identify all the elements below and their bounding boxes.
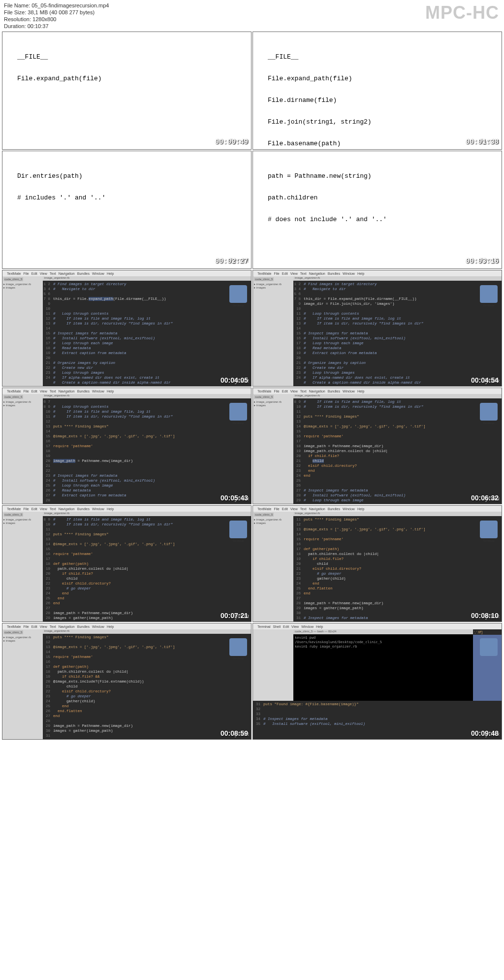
menu-edit[interactable]: Edit <box>32 390 37 393</box>
menu-help[interactable]: Help <box>357 390 364 393</box>
sidebar-file[interactable]: ▸ images <box>254 286 292 289</box>
sidebar-file[interactable]: ▸ images <box>254 521 292 524</box>
menu-edit[interactable]: Edit <box>32 507 37 511</box>
sidebar-file[interactable]: ▸ images <box>3 403 42 407</box>
menu-edit[interactable]: Edit <box>32 272 37 275</box>
menu-navigation[interactable]: Navigation <box>59 390 75 393</box>
menu-text[interactable]: Text <box>300 272 307 275</box>
menu-textmate[interactable]: TextMate <box>7 507 21 511</box>
menu-textmate[interactable]: TextMate <box>7 625 21 628</box>
menu-textmate[interactable]: TextMate <box>257 507 271 511</box>
mac-menubar[interactable]: TerminalShellEditViewWindowHelp <box>253 623 502 629</box>
editor-tabs[interactable]: image_organizer.rb <box>293 394 502 398</box>
menu-bundles[interactable]: Bundles <box>77 272 90 275</box>
code-editor[interactable]: 8 9 10 11 12 13 14 15 16 17 18 19 20 21 … <box>293 398 502 504</box>
thumbnail-cell[interactable]: TextMateFileEditViewTextNavigationBundle… <box>252 505 502 622</box>
editor-tabs[interactable]: image_organizer.rb <box>43 276 251 281</box>
menu-terminal[interactable]: Terminal <box>257 625 270 628</box>
file-sidebar[interactable]: code_clinic_5 ▸ image_organizer.rb▸ imag… <box>2 629 43 739</box>
menu-edit[interactable]: Edit <box>282 390 288 393</box>
menu-help[interactable]: Help <box>107 390 114 393</box>
menu-window[interactable]: Window <box>92 507 104 511</box>
menu-bundles[interactable]: Bundles <box>328 507 340 511</box>
thumbnail-cell[interactable]: TextMateFileEditViewTextNavigationBundle… <box>2 270 252 387</box>
thumbnail-cell[interactable]: TextMateFileEditViewTextNavigationBundle… <box>252 388 502 504</box>
menu-window[interactable]: Window <box>92 625 104 628</box>
menu-help[interactable]: Help <box>316 625 323 628</box>
menu-edit[interactable]: Edit <box>283 625 289 628</box>
menu-help[interactable]: Help <box>357 272 364 275</box>
menu-shell[interactable]: Shell <box>273 625 281 628</box>
terminal[interactable]: kevin$ pwd /Users/kevinskoglund/Desktop/… <box>293 634 473 701</box>
menu-navigation[interactable]: Navigation <box>59 507 75 511</box>
sidebar-file[interactable]: ▸ image_organizer.rb <box>254 282 292 286</box>
menu-file[interactable]: File <box>23 272 29 275</box>
menu-navigation[interactable]: Navigation <box>59 272 75 275</box>
desktop-folder-icon[interactable] <box>480 403 498 421</box>
sidebar-file[interactable]: ▸ images <box>3 286 42 289</box>
menu-bundles[interactable]: Bundles <box>328 390 340 393</box>
menu-textmate[interactable]: TextMate <box>257 390 271 393</box>
mac-menubar[interactable]: TextMateFileEditViewTextNavigationBundle… <box>2 270 251 276</box>
file-sidebar[interactable]: code_clinic_5 ▸ image_organizer.rb▸ imag… <box>2 512 43 621</box>
file-sidebar[interactable]: code_clinic_5 ▸ image_organizer.rb▸ imag… <box>253 276 293 386</box>
sidebar-file[interactable]: ▸ image_organizer.rb <box>3 400 42 403</box>
code-editor[interactable]: 8 9 10 11 12 13 14 15 16 17 18 19 20 21 … <box>43 516 251 621</box>
menu-textmate[interactable]: TextMate <box>7 272 21 275</box>
menu-view[interactable]: View <box>290 390 298 393</box>
menu-view[interactable]: View <box>290 507 298 511</box>
desktop-folder-icon[interactable] <box>480 638 498 656</box>
menu-help[interactable]: Help <box>357 507 364 511</box>
menu-bundles[interactable]: Bundles <box>77 507 90 511</box>
file-sidebar[interactable]: code_clinic_5 ▸ image_organizer.rb▸ imag… <box>2 276 43 386</box>
menu-bundles[interactable]: Bundles <box>77 625 90 628</box>
thumbnail-cell[interactable]: TextMateFileEditViewTextNavigationBundle… <box>2 388 252 504</box>
sidebar-file[interactable]: ▸ images <box>3 639 42 642</box>
desktop-folder-icon[interactable] <box>480 521 498 538</box>
menu-bundles[interactable]: Bundles <box>328 272 340 275</box>
menu-file[interactable]: File <box>23 507 29 511</box>
code-editor[interactable]: 6 7 8 9 10 11 12 13 14 15 16 17 18 19 20… <box>43 398 251 504</box>
menu-view[interactable]: View <box>40 390 47 393</box>
menu-window[interactable]: Window <box>343 390 355 393</box>
menu-help[interactable]: Help <box>107 272 114 275</box>
thumbnail-cell[interactable]: TextMateFileEditViewTextNavigationBundle… <box>252 270 502 387</box>
menu-navigation[interactable]: Navigation <box>309 390 325 393</box>
menu-text[interactable]: Text <box>50 625 56 628</box>
menu-window[interactable]: Window <box>92 272 104 275</box>
file-sidebar[interactable]: code_clinic_5 ▸ image_organizer.rb▸ imag… <box>2 394 43 504</box>
menu-view[interactable]: View <box>291 625 299 628</box>
mac-menubar[interactable]: TextMateFileEditViewTextNavigationBundle… <box>2 388 251 394</box>
mac-menubar[interactable]: TextMateFileEditViewTextNavigationBundle… <box>253 388 502 394</box>
menu-help[interactable]: Help <box>107 625 114 628</box>
code-editor[interactable]: 1 2 3 4 5 6 7 8 9 10 11 12 13 14 15 16 1… <box>43 281 251 386</box>
menu-navigation[interactable]: Navigation <box>309 507 325 511</box>
editor-tabs[interactable]: image_organizer.rb <box>293 512 502 516</box>
menu-edit[interactable]: Edit <box>282 272 288 275</box>
thumbnail-cell[interactable]: path = Pathname.new(string) path.childre… <box>252 151 502 269</box>
menu-edit[interactable]: Edit <box>32 625 37 628</box>
menu-edit[interactable]: Edit <box>282 507 288 511</box>
desktop-folder-icon[interactable] <box>229 638 247 656</box>
editor-tabs[interactable]: image_organizer.rb <box>43 394 251 398</box>
code-editor[interactable]: 31 32 33 34 35 puts "Found image: #{File… <box>253 701 502 739</box>
menu-help[interactable]: Help <box>107 507 114 511</box>
editor-tabs[interactable]: image_organizer.rb <box>43 512 251 516</box>
thumbnail-cell[interactable]: __FILE__ File.expand_path(file) File.dir… <box>252 32 502 150</box>
menu-text[interactable]: Text <box>300 507 307 511</box>
editor-tabs[interactable]: image_organizer.rb <box>293 276 502 281</box>
menu-file[interactable]: File <box>23 390 29 393</box>
code-editor[interactable]: 11 12 13 14 15 16 17 18 19 20 21 22 23 2… <box>293 516 502 621</box>
menu-bundles[interactable]: Bundles <box>77 390 90 393</box>
menu-file[interactable]: File <box>274 390 279 393</box>
sidebar-file[interactable]: ▸ image_organizer.rb <box>3 282 42 286</box>
thumbnail-cell[interactable]: TerminalShellEditViewWindowHelp code_cli… <box>252 623 502 740</box>
menu-textmate[interactable]: TextMate <box>257 272 271 275</box>
desktop-folder-icon[interactable] <box>480 285 498 303</box>
sidebar-file[interactable]: ▸ images <box>3 521 42 524</box>
menu-window[interactable]: Window <box>92 390 104 393</box>
sidebar-file[interactable]: ▸ image_organizer.rb <box>254 518 292 521</box>
thumbnail-cell[interactable]: __FILE__ File.expand_path(file)lynda00:0… <box>2 32 252 150</box>
sidebar-file[interactable]: ▸ image_organizer.rb <box>3 518 42 521</box>
menu-file[interactable]: File <box>274 507 279 511</box>
